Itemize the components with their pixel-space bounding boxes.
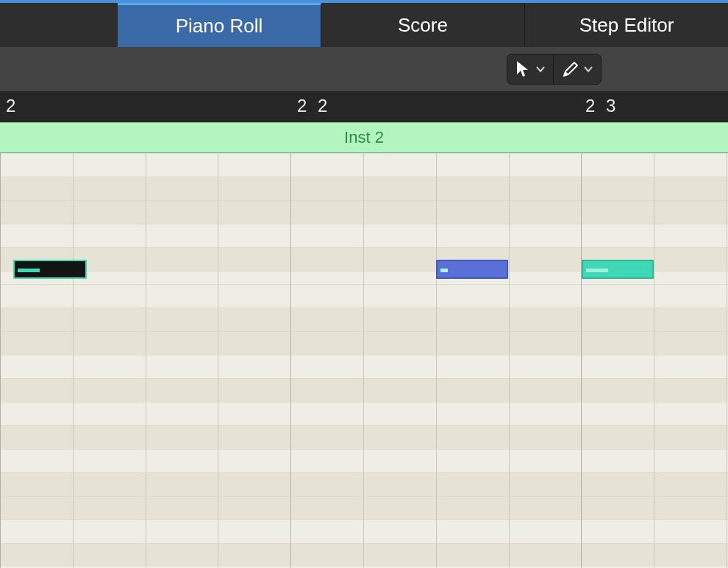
editor-tab-bar: Piano Roll Score Step Editor [0, 3, 728, 47]
note-row[interactable] [0, 519, 728, 543]
ruler-tick: 2 [6, 96, 18, 116]
bar-line [290, 153, 291, 568]
note-row[interactable] [0, 425, 728, 449]
pointer-icon [515, 60, 531, 79]
beat-line [73, 153, 74, 568]
note-row[interactable] [0, 177, 728, 200]
region-name: Inst 2 [344, 128, 384, 147]
note-row[interactable] [0, 543, 728, 567]
note-row[interactable] [0, 355, 728, 378]
editor-toolbar [0, 47, 728, 91]
note-row[interactable] [0, 496, 728, 519]
tab-bar-spacer [0, 3, 118, 47]
chevron-down-icon [583, 64, 593, 74]
tab-step-editor[interactable]: Step Editor [525, 3, 728, 47]
ruler-tick: 2 3 [585, 96, 618, 116]
tab-piano-roll[interactable]: Piano Roll [118, 3, 321, 47]
midi-note[interactable] [436, 260, 508, 279]
piano-roll-grid[interactable] [0, 153, 728, 568]
pencil-icon [561, 60, 579, 79]
beat-line [509, 153, 510, 568]
beat-line [436, 153, 437, 568]
note-row[interactable] [0, 378, 728, 402]
tool-selector-group [507, 54, 602, 85]
velocity-bar [440, 269, 448, 272]
note-row[interactable] [0, 402, 728, 425]
beat-line [727, 153, 727, 568]
midi-note[interactable] [13, 260, 87, 279]
ruler-tick: 2 2 [297, 96, 330, 116]
region-header[interactable]: Inst 2 [0, 122, 728, 153]
note-row[interactable] [0, 224, 728, 247]
velocity-bar [18, 269, 40, 272]
bar-line [581, 153, 582, 568]
note-row[interactable] [0, 331, 728, 355]
pointer-tool-button[interactable] [507, 54, 553, 84]
note-row[interactable] [0, 153, 728, 177]
bar-line [0, 153, 1, 568]
note-row[interactable] [0, 472, 728, 496]
pencil-tool-button[interactable] [553, 54, 601, 84]
beat-line [146, 153, 146, 568]
tab-score[interactable]: Score [321, 3, 525, 47]
beat-line [363, 153, 364, 568]
midi-note[interactable] [582, 260, 654, 279]
chevron-down-icon [535, 64, 546, 74]
velocity-bar [586, 269, 608, 272]
beat-line [218, 153, 218, 568]
time-ruler[interactable]: 2 2 2 2 3 [0, 91, 728, 122]
note-row[interactable] [0, 308, 728, 331]
beat-line [654, 153, 654, 568]
note-row[interactable] [0, 284, 728, 308]
note-row[interactable] [0, 200, 728, 224]
note-row[interactable] [0, 449, 728, 472]
